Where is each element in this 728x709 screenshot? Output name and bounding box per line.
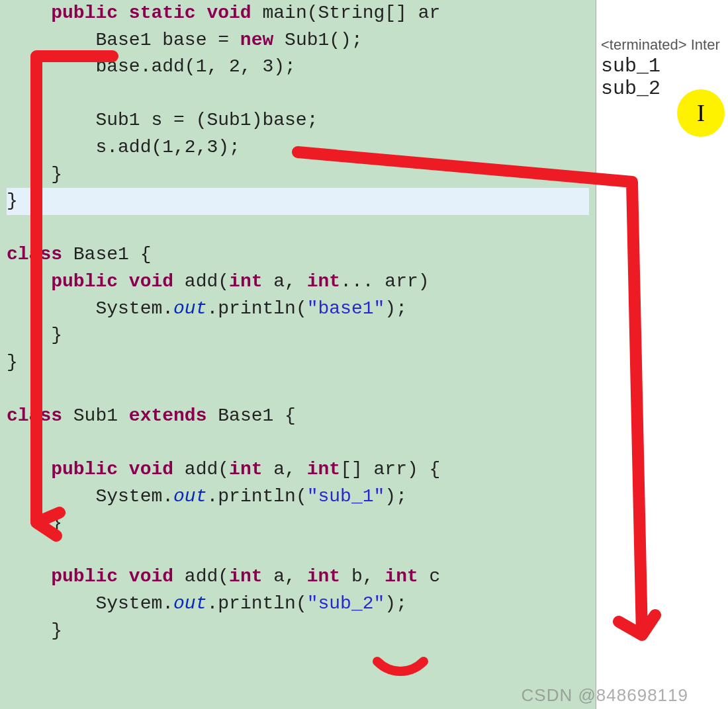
code-text: .println(	[206, 486, 306, 507]
code-text: }	[7, 620, 62, 641]
code-keyword: int	[229, 459, 262, 480]
code-text: }	[7, 513, 62, 533]
code-keyword: class	[7, 405, 62, 426]
code-keyword: class	[7, 244, 62, 265]
code-text: Sub1 s = (Sub1)base;	[7, 110, 318, 130]
code-text	[7, 459, 51, 480]
code-text: System.	[7, 486, 173, 507]
code-keyword: int	[307, 459, 340, 480]
code-text: Base1 {	[206, 405, 295, 426]
code-text: a,	[263, 459, 307, 480]
code-keyword: public void	[51, 566, 173, 587]
code-text: a,	[263, 271, 307, 292]
code-text: );	[385, 298, 407, 319]
code-text: [] arr) {	[340, 459, 440, 480]
code-text: Sub1	[62, 405, 129, 426]
code-field: out	[173, 593, 206, 614]
code-keyword: public void	[51, 271, 173, 292]
code-keyword: int	[385, 566, 418, 587]
code-text: }	[7, 352, 18, 372]
code-keyword: int	[229, 566, 262, 587]
code-string: "sub_2"	[307, 593, 385, 614]
code-text: ... arr)	[340, 271, 429, 292]
code-string: "sub_1"	[307, 486, 385, 507]
code-keyword: public static void	[7, 3, 251, 23]
code-text: base.add(1, 2, 3);	[7, 56, 296, 77]
code-text: }	[7, 164, 62, 185]
code-text: add(	[173, 566, 229, 587]
console-panel[interactable]: <terminated> Inter sub_1 sub_2 I	[596, 0, 728, 709]
code-text: Base1 base =	[7, 30, 240, 50]
code-editor[interactable]: public static void main(String[] ar Base…	[0, 0, 596, 709]
code-text: a,	[263, 566, 307, 587]
code-text: add(	[173, 271, 229, 292]
cursor-highlight-icon: I	[677, 89, 725, 137]
code-text	[7, 566, 51, 587]
code-text: b,	[340, 566, 385, 587]
code-keyword: int	[307, 271, 340, 292]
code-field: out	[173, 298, 206, 319]
watermark: CSDN @848698119	[522, 685, 688, 706]
code-string: "base1"	[307, 298, 385, 319]
code-text	[7, 271, 51, 292]
code-text: .println(	[206, 593, 306, 614]
code-text: System.	[7, 298, 173, 319]
code-text: );	[385, 593, 407, 614]
code-text: main(String[] ar	[251, 3, 441, 23]
console-status: <terminated> Inter	[600, 36, 725, 54]
code-keyword: new	[240, 30, 273, 50]
cursor-line: }	[7, 188, 589, 215]
code-text: Base1 {	[62, 244, 151, 265]
code-keyword: extends	[129, 405, 207, 426]
code-text: }	[7, 325, 62, 345]
code-text: Sub1();	[273, 30, 362, 50]
code-text: System.	[7, 593, 173, 614]
code-text: .println(	[206, 298, 306, 319]
code-keyword: int	[307, 566, 340, 587]
code-field: out	[173, 486, 206, 507]
code-text: );	[385, 486, 407, 507]
code-keyword: public void	[51, 459, 173, 480]
code-text: add(	[173, 459, 229, 480]
code-area[interactable]: public static void main(String[] ar Base…	[0, 0, 596, 644]
code-text: c	[418, 566, 441, 587]
code-keyword: int	[229, 271, 262, 292]
code-text: s.add(1,2,3);	[7, 137, 240, 157]
